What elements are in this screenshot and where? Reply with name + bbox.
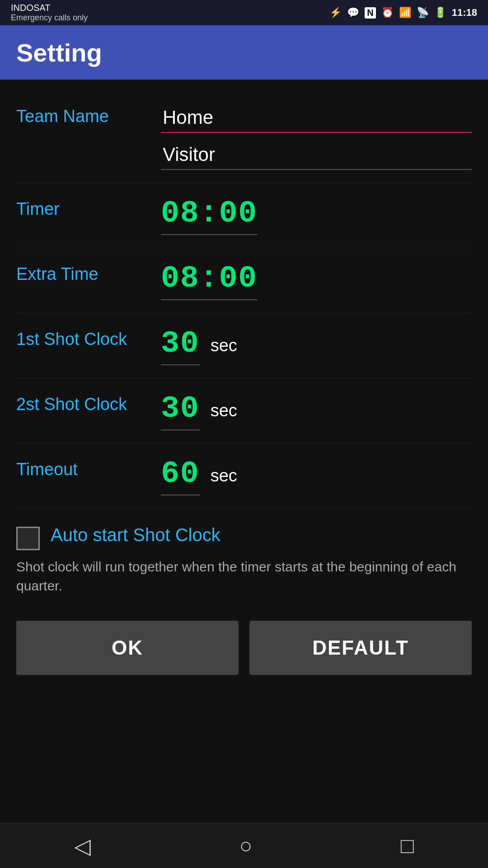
home-team-input[interactable] <box>161 103 472 133</box>
timer-value[interactable]: 08:00 <box>161 196 258 231</box>
shot-clock-2-wrapper[interactable]: 30 <box>161 391 200 430</box>
carrier-info: INDOSAT Emergency calls only <box>11 2 88 23</box>
shot-clock-2-input-row: 30 sec <box>161 391 237 430</box>
settings-content: Team Name Timer 08:00 Extra Time 08:00 1… <box>0 80 488 823</box>
whatsapp-icon: 💬 <box>347 7 359 19</box>
auto-start-checkbox[interactable] <box>16 527 40 550</box>
timeout-wrapper[interactable]: 60 <box>161 456 200 495</box>
app-bar: Setting <box>0 25 488 80</box>
extra-time-value[interactable]: 08:00 <box>161 261 258 296</box>
usb-icon: ⚡ <box>329 7 342 19</box>
shot-clock-2-row: 2st Shot Clock 30 sec <box>16 378 472 443</box>
nfc-icon: N <box>365 7 375 19</box>
extra-time-input-wrapper[interactable]: 08:00 <box>161 261 258 300</box>
visitor-team-input[interactable] <box>161 140 472 170</box>
timeout-input-row: 60 sec <box>161 456 237 495</box>
recent-nav-button[interactable]: □ <box>401 833 414 858</box>
nav-bar: ◁ ○ □ <box>0 823 488 868</box>
page-title: Setting <box>16 38 102 67</box>
extra-time-row: Extra Time 08:00 <box>16 248 472 313</box>
extra-time-label: Extra Time <box>16 261 161 284</box>
back-nav-button[interactable]: ◁ <box>74 833 91 859</box>
timeout-row: Timeout 60 sec <box>16 443 472 509</box>
default-button[interactable]: DEFAULT <box>249 621 472 675</box>
timeout-value[interactable]: 60 <box>161 456 200 491</box>
battery-icon: 🔋 <box>434 7 446 19</box>
team-name-row: Team Name <box>16 90 472 183</box>
status-icons: ⚡ 💬 N ⏰ 📶 📡 🔋 11:18 <box>329 7 477 19</box>
shot-clock-2-unit: sec <box>211 401 237 420</box>
alarm-icon: ⏰ <box>381 7 394 19</box>
auto-start-label: Auto start Shot Clock <box>51 525 221 545</box>
shot-clock-2-value[interactable]: 30 <box>161 391 200 426</box>
shot-clock-1-wrapper[interactable]: 30 <box>161 326 200 365</box>
carrier-name: INDOSAT <box>11 2 88 13</box>
timer-row: Timer 08:00 <box>16 183 472 248</box>
timeout-unit: sec <box>211 466 237 486</box>
timeout-label: Timeout <box>16 456 161 479</box>
shot-clock-2-label: 2st Shot Clock <box>16 391 161 414</box>
signal-icon: 📡 <box>417 7 429 19</box>
home-nav-button[interactable]: ○ <box>239 833 252 858</box>
shot-clock-1-value[interactable]: 30 <box>161 326 200 361</box>
action-buttons: OK DEFAULT <box>16 610 472 686</box>
shot-clock-1-label: 1st Shot Clock <box>16 326 161 349</box>
timer-input-wrapper[interactable]: 08:00 <box>161 196 258 235</box>
auto-start-row: Auto start Shot Clock <box>16 509 472 557</box>
timer-label: Timer <box>16 196 161 219</box>
team-name-label: Team Name <box>16 103 161 126</box>
time-display: 11:18 <box>452 7 477 19</box>
carrier-status: Emergency calls only <box>11 13 88 23</box>
shot-clock-1-input-row: 30 sec <box>161 326 237 365</box>
ok-button[interactable]: OK <box>16 621 239 675</box>
status-bar: INDOSAT Emergency calls only ⚡ 💬 N ⏰ 📶 📡… <box>0 0 488 25</box>
shot-clock-1-row: 1st Shot Clock 30 sec <box>16 313 472 378</box>
shot-clock-1-unit: sec <box>211 336 237 355</box>
team-name-inputs <box>161 103 472 170</box>
auto-start-description: Shot clock will run together when the ti… <box>16 557 472 610</box>
wifi-icon: 📶 <box>399 7 411 19</box>
